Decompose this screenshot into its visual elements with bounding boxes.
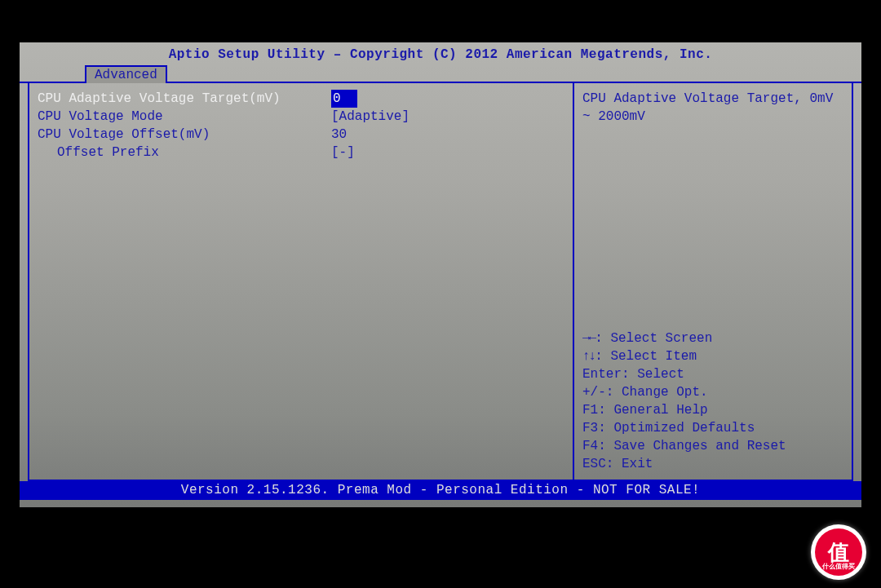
bios-screen: Aptio Setup Utility – Copyright (C) 2012… bbox=[20, 42, 861, 507]
setting-cpu-voltage-offset[interactable]: CPU Voltage Offset(mV) 30 bbox=[38, 126, 564, 144]
key-save-reset: F4: Save Changes and Reset bbox=[582, 437, 843, 455]
key-general-help: F1: General Help bbox=[582, 401, 843, 419]
bios-footer: Version 2.15.1236. Prema Mod - Personal … bbox=[20, 481, 861, 500]
setting-label: CPU Voltage Offset(mV) bbox=[38, 126, 331, 144]
key-text: : General Help bbox=[598, 403, 707, 418]
key-text: : Save Changes and Reset bbox=[598, 439, 786, 453]
settings-pane: CPU Adaptive Voltage Target(mV) 0 CPU Vo… bbox=[28, 83, 573, 481]
setting-cpu-adaptive-voltage-target[interactable]: CPU Adaptive Voltage Target(mV) 0 bbox=[38, 90, 564, 108]
watermark-badge: 值 什么值得买 bbox=[811, 524, 866, 580]
help-pane: CPU Adaptive Voltage Target, 0mV ~ 2000m… bbox=[573, 83, 853, 481]
key-text: : Select Item bbox=[595, 349, 697, 364]
arrow-left-right-icon: →← bbox=[582, 331, 595, 346]
setting-label: Offset Prefix bbox=[38, 144, 331, 161]
setting-value: 30 bbox=[331, 126, 347, 144]
key-sym: F3 bbox=[582, 421, 598, 435]
arrow-up-down-icon: ↑↓ bbox=[582, 349, 595, 364]
key-sym: F1 bbox=[582, 403, 598, 418]
setting-label: CPU Adaptive Voltage Target(mV) bbox=[38, 90, 331, 108]
setting-offset-prefix[interactable]: Offset Prefix [-] bbox=[38, 144, 564, 161]
setting-value: [-] bbox=[331, 144, 355, 161]
key-text: : Change Opt. bbox=[606, 385, 708, 400]
key-text: : Select bbox=[622, 367, 684, 382]
key-sym: ESC bbox=[582, 457, 606, 471]
key-select-item: ↑↓: Select Item bbox=[582, 347, 843, 365]
bios-header: Aptio Setup Utility – Copyright (C) 2012… bbox=[20, 42, 861, 65]
key-text: : Optimized Defaults bbox=[598, 421, 755, 435]
setting-value: 0 bbox=[331, 90, 357, 108]
spacer bbox=[582, 126, 843, 329]
help-description: CPU Adaptive Voltage Target, 0mV ~ 2000m… bbox=[582, 90, 843, 126]
watermark-sub: 什么值得买 bbox=[822, 562, 855, 571]
setting-label: CPU Voltage Mode bbox=[38, 108, 331, 126]
tab-row: Advanced bbox=[20, 65, 861, 83]
key-sym: Enter bbox=[582, 367, 622, 382]
key-text: : Select Screen bbox=[595, 331, 712, 346]
setting-cpu-voltage-mode[interactable]: CPU Voltage Mode [Adaptive] bbox=[38, 108, 564, 126]
key-select-screen: →←: Select Screen bbox=[582, 329, 843, 347]
setting-value: [Adaptive] bbox=[331, 108, 410, 126]
key-select: Enter: Select bbox=[582, 365, 843, 383]
key-sym: F4 bbox=[582, 439, 598, 453]
tab-advanced[interactable]: Advanced bbox=[85, 65, 167, 83]
key-exit: ESC: Exit bbox=[582, 455, 843, 473]
help-keys: →←: Select Screen ↑↓: Select Item Enter:… bbox=[582, 329, 843, 473]
key-change-opt: +/-: Change Opt. bbox=[582, 383, 843, 401]
key-sym: +/- bbox=[582, 385, 606, 400]
key-text: : Exit bbox=[606, 457, 653, 471]
watermark-icon: 值 什么值得买 bbox=[815, 528, 862, 576]
main-panes: CPU Adaptive Voltage Target(mV) 0 CPU Vo… bbox=[28, 83, 853, 481]
key-optimized-defaults: F3: Optimized Defaults bbox=[582, 419, 843, 437]
